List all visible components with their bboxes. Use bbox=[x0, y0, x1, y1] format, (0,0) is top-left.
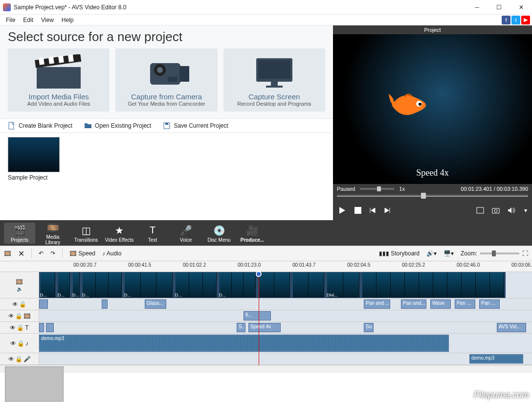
menu-help[interactable]: Help bbox=[58, 16, 78, 24]
timeline-clip[interactable]: demo.mp3 bbox=[469, 354, 523, 364]
module-transitions[interactable]: ◫Transitions bbox=[70, 223, 102, 244]
menu-view[interactable]: View bbox=[37, 16, 58, 24]
capture-screen-card[interactable]: Capture Screen Record Desktop and Progra… bbox=[223, 48, 325, 112]
text-track-header[interactable]: 👁🔒T bbox=[0, 322, 39, 333]
storyboard-toggle[interactable]: ▮▮▮ Storyboard bbox=[379, 250, 420, 257]
ruler-tick: 00:02:04.5 bbox=[347, 262, 370, 268]
timeline-clip[interactable]: AVS Vid... bbox=[497, 323, 526, 332]
effects-track-header[interactable]: 👁🔒 bbox=[0, 298, 39, 310]
audio-button[interactable]: ♪ Audio bbox=[102, 250, 121, 257]
timeline-clip[interactable] bbox=[291, 272, 326, 298]
timeline-clip[interactable] bbox=[39, 323, 44, 332]
timeline-clip[interactable] bbox=[102, 299, 108, 309]
voice-icon: 🎤 bbox=[171, 224, 200, 237]
project-thumbnail[interactable] bbox=[8, 137, 60, 172]
import-media-card[interactable]: Import Media Files Add Video and Audio F… bbox=[8, 48, 110, 112]
video-track: 🎞️ 🔈 D...D...D...D...D...D...D...Divi... bbox=[0, 272, 532, 298]
mic-track-header[interactable]: 👁🔒🎤 bbox=[0, 353, 39, 364]
module-projects[interactable]: 🎬Projects bbox=[4, 223, 35, 244]
timeline-clip[interactable]: Speed 4x bbox=[248, 323, 281, 332]
timeline-clip[interactable]: Pan and ... bbox=[364, 299, 390, 309]
youtube-icon[interactable]: ▶ bbox=[521, 16, 530, 24]
projects-icon: 🎬 bbox=[5, 224, 34, 237]
module-text[interactable]: TText bbox=[137, 223, 168, 244]
redo-button[interactable]: ↷ bbox=[50, 250, 55, 257]
mic-track: 👁🔒🎤 demo.mp3 bbox=[0, 353, 532, 365]
seek-bar[interactable] bbox=[333, 194, 532, 201]
volume-toolbar-button[interactable]: 🔊▾ bbox=[426, 250, 437, 257]
timeline-clip[interactable]: Glass... bbox=[145, 299, 166, 309]
facebook-icon[interactable]: f bbox=[502, 16, 510, 24]
aspect-button[interactable]: 🖥️▾ bbox=[443, 250, 454, 257]
menu-file[interactable]: File bbox=[2, 16, 19, 24]
next-frame-button[interactable] bbox=[384, 207, 391, 214]
close-button[interactable]: ✕ bbox=[510, 0, 532, 15]
volume-chevron-icon[interactable]: ▾ bbox=[524, 207, 527, 214]
create-blank-project-button[interactable]: Create Blank Project bbox=[8, 122, 72, 130]
playhead[interactable] bbox=[259, 272, 259, 365]
play-button[interactable] bbox=[338, 206, 347, 215]
timeline-clip[interactable]: D... bbox=[39, 272, 57, 298]
timeline-clip[interactable] bbox=[39, 299, 48, 309]
timeline-clip[interactable]: D... bbox=[71, 272, 81, 298]
timeline-clip[interactable]: Pan ... bbox=[479, 299, 500, 309]
timeline-clip[interactable]: D... bbox=[123, 272, 174, 298]
fullscreen-button[interactable] bbox=[476, 207, 484, 214]
timeline-clip[interactable]: demo.mp3 bbox=[39, 335, 449, 352]
timeline-clip[interactable]: D... bbox=[57, 272, 71, 298]
speed-slider[interactable] bbox=[360, 188, 394, 190]
timeline-clip[interactable]: Pan and... bbox=[401, 299, 426, 309]
timeline-clip[interactable]: S... bbox=[237, 323, 245, 332]
prev-frame-button[interactable] bbox=[369, 207, 376, 214]
module-video-effects[interactable]: ★Video Effects bbox=[104, 223, 135, 244]
timeline-clip[interactable]: So... bbox=[364, 323, 374, 332]
undo-button[interactable]: ↶ bbox=[39, 250, 44, 257]
capture-camera-card[interactable]: Capture from Camera Get Your Media from … bbox=[115, 48, 217, 112]
timeline-clip[interactable]: D... bbox=[218, 272, 257, 298]
timeline-clip[interactable]: D... bbox=[174, 272, 218, 298]
delete-clip-button[interactable]: ✕ bbox=[18, 249, 24, 258]
module-media-library[interactable]: 🎞️Media Library bbox=[37, 220, 68, 246]
preview-viewport[interactable]: Speed 4x bbox=[333, 34, 532, 184]
svg-rect-5 bbox=[68, 55, 74, 62]
menubar: File Edit View Help f t ▶ bbox=[0, 15, 532, 25]
project-actions-row: Create Blank Project Open Existing Proje… bbox=[0, 118, 333, 133]
split-clip-button[interactable]: 🎞️ bbox=[4, 250, 11, 257]
timeline-clip[interactable]: Divi... bbox=[326, 272, 361, 298]
lock-icon: 🔒 bbox=[19, 301, 26, 308]
timeline-clip[interactable]: fi... bbox=[244, 311, 271, 320]
import-media-title: Import Media Files bbox=[12, 92, 106, 101]
speed-button[interactable]: 🎞️ Speed bbox=[69, 250, 95, 257]
snapshot-button[interactable] bbox=[492, 207, 500, 214]
filmstrip-icon: 🎞️ bbox=[23, 313, 31, 319]
minimize-button[interactable]: ─ bbox=[466, 0, 488, 15]
timeline-ruler[interactable]: 00:00:20.700:00:41.500:01:02.200:01:23.0… bbox=[0, 261, 532, 272]
module-voice[interactable]: 🎤Voice bbox=[170, 223, 201, 244]
zoom-slider[interactable] bbox=[480, 252, 519, 254]
preview-header: Project bbox=[333, 25, 532, 34]
capture-screen-title: Capture Screen bbox=[227, 92, 321, 101]
maximize-button[interactable]: ☐ bbox=[488, 0, 510, 15]
overlay-track-header[interactable]: 👁🔒🎞️ bbox=[0, 310, 39, 321]
timeline-clip[interactable]: Wave bbox=[430, 299, 451, 309]
timeline-clip[interactable]: D... bbox=[81, 272, 123, 298]
save-project-button[interactable]: Save Current Project bbox=[163, 122, 228, 130]
stop-button[interactable] bbox=[355, 207, 361, 214]
audio-track-header[interactable]: 👁🔒♪ bbox=[0, 334, 39, 353]
horizontal-scrollbar[interactable] bbox=[0, 365, 532, 373]
menu-edit[interactable]: Edit bbox=[19, 16, 37, 24]
zoom-fit-button[interactable]: ⛶ bbox=[522, 250, 528, 257]
video-track-header[interactable]: 🎞️ 🔈 bbox=[0, 272, 39, 298]
module-produce[interactable]: 🎥Produce... bbox=[237, 223, 268, 244]
window-title: Sample Project.vep* - AVS Video Editor 8… bbox=[14, 4, 466, 11]
timeline-clip[interactable] bbox=[46, 323, 54, 332]
timeline-clip[interactable] bbox=[257, 272, 291, 298]
fish-overlay-icon bbox=[387, 88, 429, 122]
timeline-clip[interactable] bbox=[361, 272, 506, 298]
open-project-button[interactable]: Open Existing Project bbox=[84, 122, 151, 130]
module-disc-menu[interactable]: 💿Disc Menu bbox=[203, 223, 235, 244]
twitter-icon[interactable]: t bbox=[511, 16, 520, 24]
playback-duration: 00:03:10.390 bbox=[497, 186, 528, 192]
volume-button[interactable] bbox=[508, 207, 516, 214]
timeline-clip[interactable]: Pan ... bbox=[455, 299, 475, 309]
